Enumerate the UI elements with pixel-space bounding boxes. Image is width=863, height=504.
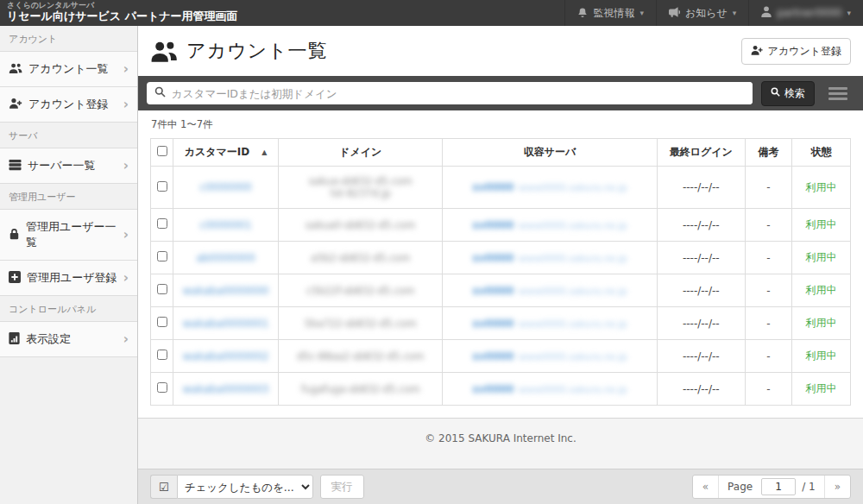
table-row: c0000001 sakua0-sb832-d5.com sv0000www00…	[151, 209, 851, 242]
column-header-domain[interactable]: ドメイン	[279, 139, 443, 167]
sidebar-item-account-register[interactable]: アカウント登録 ›	[0, 87, 137, 123]
note-value: -	[766, 318, 770, 330]
display-settings-icon	[9, 332, 20, 347]
page-number-input[interactable]	[761, 478, 796, 495]
sidebar-item-admin-user-register[interactable]: 管理用ユーザ登録 ›	[0, 261, 137, 296]
menu-user[interactable]: partner0000 ▾	[748, 0, 863, 26]
menu-news-label: お知らせ	[685, 6, 728, 21]
checkbox-icon[interactable]: ☑	[150, 475, 177, 499]
execute-button[interactable]: 実行	[320, 475, 364, 499]
user-plus-icon	[751, 45, 763, 58]
users-icon	[150, 40, 178, 63]
page-prev-button[interactable]: «	[693, 476, 719, 498]
sidebar-item-display-settings[interactable]: 表示設定 ›	[0, 322, 137, 357]
domain-text: d5c-88aa2-sb832-d5.com	[281, 350, 439, 362]
user-plus-icon	[9, 98, 22, 111]
chevron-right-icon: ›	[123, 63, 129, 76]
bottom-action-bar: ☑ チェックしたものを... 実行 « Page / 1 »	[138, 469, 863, 504]
sidebar-item-label: サーバー一覧	[28, 158, 96, 173]
table-section: 7件中 1〜7件 カスタマーID▲ ドメイン 収容サーバ 最終ログイン 備考 状…	[138, 110, 863, 418]
sidebar: アカウント アカウント一覧 › アカウント登録 › サーバ サーバー一覧 › 管…	[0, 26, 138, 504]
last-login-value: ----/--/--	[683, 350, 720, 362]
status-badge: 利用中	[805, 181, 836, 193]
search-bar: 検索	[138, 76, 863, 110]
chevron-right-icon: ›	[123, 272, 129, 285]
sidebar-item-label: アカウント登録	[28, 97, 109, 112]
customer-id-link[interactable]: c0000000	[200, 181, 252, 193]
sidebar-item-label: 表示設定	[26, 331, 71, 347]
sidebar-item-server-list[interactable]: サーバー一覧 ›	[0, 148, 137, 184]
column-header-server[interactable]: 収容サーバ	[443, 139, 657, 167]
server-link[interactable]: sv0000	[472, 181, 513, 193]
status-badge: 利用中	[805, 284, 836, 296]
column-header-status[interactable]: 状態	[791, 139, 850, 167]
customer-id-link[interactable]: wakaba0000002	[183, 350, 269, 362]
top-bar: さくらのレンタルサーバ リセール向けサービス パートナー用管理画面 監視情報 ▾…	[0, 0, 863, 26]
column-header-customer-id[interactable]: カスタマーID▲	[173, 139, 279, 167]
menu-toggle-icon[interactable]	[823, 84, 853, 104]
sidebar-section-control-panel: コントロールパネル	[0, 296, 137, 322]
page-next-button[interactable]: »	[824, 476, 850, 498]
sidebar-item-admin-user-list[interactable]: 管理用ユーザー一覧 ›	[0, 210, 137, 261]
select-all-checkbox[interactable]	[157, 146, 167, 156]
plus-square-icon	[9, 271, 21, 286]
status-badge: 利用中	[805, 350, 836, 362]
status-badge: 利用中	[805, 382, 836, 394]
row-checkbox[interactable]	[157, 382, 167, 393]
server-host-text: www0000.sakura.ne.jp	[519, 220, 627, 231]
table-row: c0000000 sakua-sb832-d5.comtst-8237d.jp …	[151, 167, 851, 209]
status-badge: 利用中	[805, 317, 836, 329]
sidebar-item-account-list[interactable]: アカウント一覧 ›	[0, 52, 137, 87]
domain-text-line2: tst-8237d.jp	[281, 187, 439, 199]
row-checkbox[interactable]	[157, 251, 167, 261]
menu-user-name: partner0000	[777, 7, 841, 19]
search-input[interactable]	[172, 82, 753, 104]
status-badge: 利用中	[805, 251, 836, 263]
account-register-label: アカウント登録	[768, 44, 841, 59]
menu-monitoring-label: 監視情報	[593, 6, 634, 21]
note-value: -	[766, 350, 770, 362]
column-header-last-login[interactable]: 最終ログイン	[657, 139, 745, 167]
page-total: / 1	[802, 481, 824, 493]
server-link[interactable]: sv0000	[472, 350, 513, 362]
customer-id-link[interactable]: ab0000000	[196, 252, 255, 264]
row-checkbox[interactable]	[157, 317, 167, 327]
chevron-right-icon: ›	[123, 229, 129, 242]
pagination: « Page / 1 »	[692, 475, 851, 499]
sidebar-item-label: 管理用ユーザ登録	[27, 270, 117, 286]
result-count: 7件中 1〜7件	[150, 110, 851, 138]
menu-monitoring[interactable]: 監視情報 ▾	[564, 0, 656, 26]
note-value: -	[766, 181, 770, 193]
menu-news[interactable]: お知らせ ▾	[656, 0, 748, 26]
bulk-action-select[interactable]: チェックしたものを...	[177, 475, 313, 499]
domain-text: 5ba722-sb832-d5.com	[281, 318, 439, 330]
row-checkbox[interactable]	[157, 350, 167, 360]
customer-id-link[interactable]: c0000001	[200, 219, 252, 231]
customer-id-link[interactable]: wakaba0000003	[183, 383, 269, 395]
brand: さくらのレンタルサーバ リセール向けサービス パートナー用管理画面	[0, 0, 238, 26]
last-login-value: ----/--/--	[683, 252, 720, 264]
account-register-button[interactable]: アカウント登録	[741, 38, 851, 65]
server-link[interactable]: sv0000	[472, 285, 513, 297]
search-button[interactable]: 検索	[761, 81, 815, 106]
table-row: wakaba0000002 d5c-88aa2-sb832-d5.com sv0…	[151, 340, 851, 373]
server-host-text: www0000.sakura.ne.jp	[519, 182, 627, 193]
row-checkbox[interactable]	[157, 284, 167, 294]
sidebar-section-admin-user: 管理用ユーザー	[0, 184, 137, 210]
page-title: アカウント一覧	[186, 38, 328, 64]
last-login-value: ----/--/--	[683, 383, 720, 395]
server-host-text: www0000.sakura.ne.jp	[519, 384, 627, 395]
customer-id-link[interactable]: wakaba0000001	[183, 318, 269, 330]
column-header-note[interactable]: 備考	[745, 139, 791, 167]
server-link[interactable]: sv0000	[472, 219, 513, 231]
chevron-down-icon: ▾	[847, 9, 851, 17]
customer-id-link[interactable]: wakaba0000000	[183, 285, 269, 297]
table-row: ab0000000 a5b2-sb832-d5.com sv0000www000…	[151, 242, 851, 274]
last-login-value: ----/--/--	[683, 181, 720, 193]
row-checkbox[interactable]	[157, 181, 167, 192]
chevron-right-icon: ›	[123, 333, 129, 346]
server-link[interactable]: sv0000	[472, 383, 513, 395]
server-link[interactable]: sv0000	[472, 252, 513, 264]
server-link[interactable]: sv0000	[472, 318, 513, 330]
row-checkbox[interactable]	[157, 218, 167, 229]
